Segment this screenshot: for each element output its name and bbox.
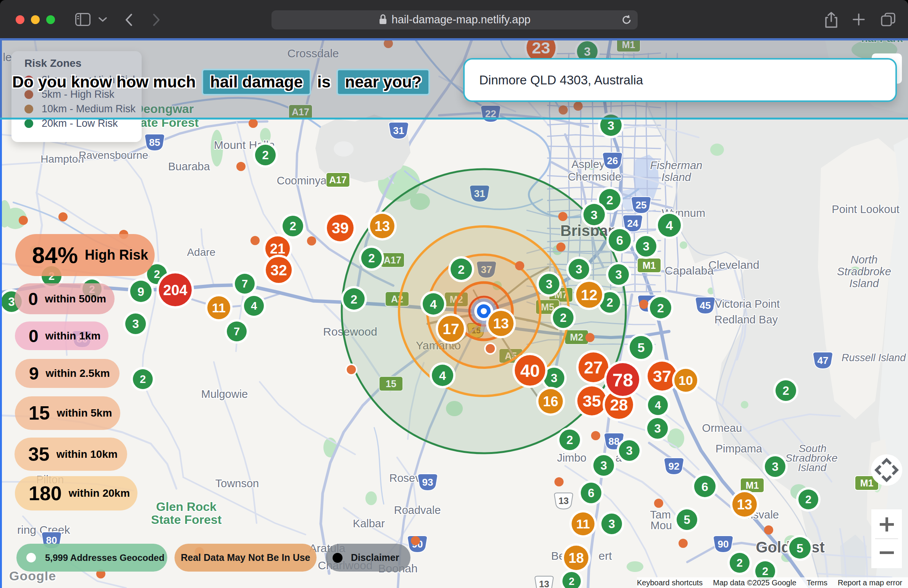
svg-text:47: 47: [818, 355, 829, 366]
svg-text:Townson: Townson: [215, 477, 259, 489]
svg-text:Victoria Point: Victoria Point: [715, 298, 780, 310]
svg-text:2: 2: [606, 193, 613, 207]
svg-text:4: 4: [251, 300, 257, 312]
svg-text:3: 3: [591, 208, 598, 222]
svg-text:st: st: [811, 539, 825, 556]
svg-text:11: 11: [212, 300, 226, 315]
svg-text:85: 85: [149, 137, 160, 148]
svg-text:6: 6: [588, 486, 594, 500]
svg-text:A17: A17: [329, 174, 347, 185]
svg-text:2: 2: [560, 311, 566, 325]
svg-text:Aspley: Aspley: [571, 158, 605, 170]
svg-text:ert: ert: [598, 549, 612, 562]
svg-text:2: 2: [657, 301, 664, 315]
svg-text:Coominya: Coominya: [277, 174, 327, 187]
svg-text:2: 2: [737, 557, 743, 569]
svg-text:26: 26: [607, 155, 618, 166]
svg-text:Capalaba: Capalaba: [665, 264, 714, 277]
svg-text:39: 39: [332, 220, 349, 236]
svg-text:6: 6: [616, 233, 623, 247]
svg-text:Gold: Gold: [756, 539, 790, 556]
svg-text:11: 11: [576, 517, 590, 531]
svg-text:13: 13: [559, 496, 569, 506]
svg-text:2: 2: [262, 149, 268, 162]
svg-text:Mulgowie: Mulgowie: [201, 388, 248, 400]
svg-text:Ravensbourne: Ravensbourne: [79, 149, 148, 161]
svg-text:78: 78: [612, 370, 633, 390]
svg-text:Kalbar: Kalbar: [353, 517, 385, 530]
svg-text:M1: M1: [643, 260, 656, 271]
svg-text:3: 3: [615, 268, 622, 281]
svg-text:10: 10: [679, 373, 693, 388]
svg-text:3: 3: [546, 278, 552, 291]
svg-text:Redland Bay: Redland Bay: [714, 313, 778, 326]
svg-text:Cleveland: Cleveland: [708, 258, 759, 271]
svg-text:3: 3: [626, 444, 632, 457]
svg-text:3: 3: [607, 119, 614, 132]
svg-text:13: 13: [493, 316, 509, 331]
svg-text:28: 28: [610, 396, 628, 414]
svg-text:90: 90: [718, 538, 729, 550]
svg-text:31: 31: [393, 125, 404, 136]
svg-text:5: 5: [638, 340, 645, 355]
svg-text:2: 2: [805, 493, 811, 506]
svg-text:Mou: Mou: [651, 519, 672, 531]
svg-text:45: 45: [700, 300, 711, 311]
svg-text:Island: Island: [849, 277, 879, 289]
svg-text:3: 3: [132, 317, 139, 331]
svg-text:16: 16: [543, 394, 558, 409]
svg-text:M1: M1: [860, 478, 874, 488]
svg-text:3: 3: [772, 460, 778, 473]
svg-text:13: 13: [539, 579, 549, 588]
svg-text:25: 25: [636, 199, 647, 211]
svg-text:32: 32: [270, 262, 287, 278]
svg-text:2: 2: [368, 252, 375, 265]
svg-text:Island: Island: [798, 462, 827, 473]
svg-text:6: 6: [701, 480, 708, 494]
svg-text:13: 13: [375, 218, 390, 234]
svg-text:13: 13: [737, 497, 752, 512]
svg-text:2: 2: [606, 296, 613, 309]
svg-text:3: 3: [8, 295, 15, 309]
svg-text:Jimbo: Jimbo: [557, 452, 586, 464]
svg-text:7: 7: [234, 325, 240, 338]
svg-text:Ormeau: Ormeau: [702, 422, 742, 434]
svg-text:35: 35: [583, 392, 601, 410]
svg-text:North: North: [851, 254, 878, 266]
svg-text:2: 2: [154, 268, 160, 280]
svg-text:Point Lookout: Point Lookout: [832, 203, 899, 215]
svg-text:4: 4: [655, 399, 661, 411]
svg-text:2: 2: [782, 384, 789, 397]
svg-text:Glen Rock: Glen Rock: [156, 500, 216, 514]
svg-text:2: 2: [140, 373, 146, 385]
svg-text:Chermside: Chermside: [568, 171, 621, 183]
svg-text:Stradbroke: Stradbroke: [837, 265, 891, 278]
svg-text:17: 17: [443, 321, 459, 337]
svg-text:Pimpama: Pimpama: [716, 443, 763, 455]
svg-text:24: 24: [627, 218, 638, 229]
svg-text:Island: Island: [661, 171, 691, 183]
svg-text:21: 21: [270, 241, 285, 257]
svg-text:40: 40: [520, 361, 540, 381]
svg-text:9: 9: [137, 285, 144, 299]
svg-text:3: 3: [608, 517, 615, 531]
svg-text:Adare: Adare: [187, 246, 216, 258]
svg-text:4: 4: [430, 297, 437, 311]
svg-text:State Forest: State Forest: [151, 513, 222, 527]
svg-text:2: 2: [351, 292, 357, 306]
svg-text:4: 4: [666, 218, 673, 233]
svg-text:2: 2: [458, 263, 465, 276]
svg-text:Fisherman: Fisherman: [650, 159, 703, 171]
svg-text:3: 3: [575, 263, 582, 276]
svg-text:4: 4: [439, 369, 446, 383]
svg-text:18: 18: [569, 550, 584, 566]
svg-text:3: 3: [551, 372, 557, 385]
svg-text:37: 37: [653, 367, 671, 385]
svg-text:12: 12: [581, 287, 597, 303]
svg-text:Roadvale: Roadvale: [394, 504, 441, 516]
svg-text:2: 2: [762, 565, 768, 577]
svg-text:7: 7: [242, 278, 248, 290]
svg-text:5: 5: [683, 513, 690, 527]
svg-text:5: 5: [797, 541, 803, 555]
svg-text:Hampton: Hampton: [40, 153, 84, 165]
